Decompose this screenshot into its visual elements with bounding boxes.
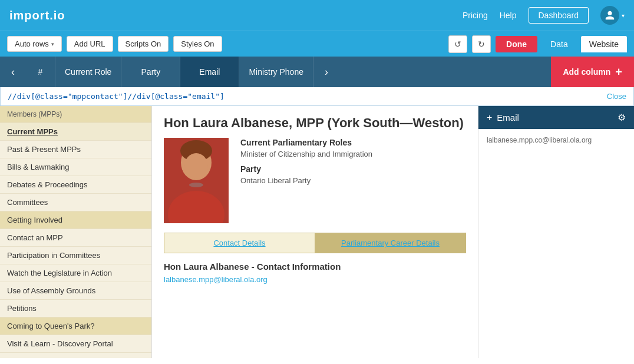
party-heading: Party — [240, 164, 466, 174]
detail-tabs: Contact Details Parliamentary Career Det… — [164, 233, 466, 253]
xpath-input[interactable] — [8, 92, 607, 101]
column-hash[interactable]: # — [26, 57, 55, 87]
sidebar-item-use-grounds[interactable]: Use of Assembly Grounds — [0, 282, 151, 300]
sidebar-item-coming-queens-park[interactable]: Coming to Queen's Park? — [0, 317, 151, 335]
person-photo — [164, 138, 229, 223]
add-url-button[interactable]: Add URL — [67, 36, 113, 52]
sidebar-item-past-present[interactable]: Past & Present MPPs — [0, 141, 151, 158]
sidebar-item-committees[interactable]: Committees — [0, 194, 151, 211]
user-menu[interactable]: ▾ — [600, 6, 625, 25]
sidebar-item-current-mpps[interactable]: Current MPPs — [0, 123, 151, 141]
column-email[interactable]: Email — [180, 57, 239, 87]
pricing-link[interactable]: Pricing — [463, 11, 488, 20]
svg-point-4 — [184, 153, 208, 179]
content-panel: Hon Laura Albanese, MPP (York South—West… — [152, 106, 478, 358]
top-navbar: import.io Pricing Help Dashboard ▾ — [0, 0, 634, 31]
svg-point-5 — [189, 183, 203, 187]
sidebar-item-petitions[interactable]: Petitions — [0, 300, 151, 317]
role-detail: Minister of Citizenship and Immigration — [240, 150, 466, 158]
email-panel-header: + Email ⚙ — [478, 106, 634, 129]
sidebar-item-watch[interactable]: Watch the Legislature in Action — [0, 264, 151, 282]
contact-email-link[interactable]: lalbanese.mpp@liberal.ola.org — [164, 275, 268, 284]
scripts-on-button[interactable]: Scripts On — [118, 36, 169, 52]
sidebar-item-getting-involved[interactable]: Getting Involved — [0, 211, 151, 229]
contact-section-title: Hon Laura Albanese - Contact Information — [164, 262, 466, 272]
caret-icon: ▾ — [51, 41, 54, 47]
prev-column-button[interactable]: ‹ — [0, 57, 26, 87]
toolbar: Auto rows ▾ Add URL Scripts On Styles On… — [0, 31, 634, 57]
sidebar-item-debates[interactable]: Debates & Proceedings — [0, 176, 151, 194]
party-value: Ontario Liberal Party — [240, 176, 466, 185]
page-title: Hon Laura Albanese, MPP (York South—West… — [164, 115, 466, 131]
sidebar-item-members-mpps[interactable]: Members (MPPs) — [0, 106, 151, 123]
close-link[interactable]: Close — [607, 92, 626, 101]
sidebar-item-participation[interactable]: Participation in Committees — [0, 247, 151, 264]
column-ministry-phone[interactable]: Ministry Phone — [239, 57, 313, 87]
person-info: Current Parliamentary Roles Minister of … — [240, 138, 466, 223]
done-button[interactable]: Done — [496, 36, 537, 52]
role-heading: Current Parliamentary Roles — [240, 138, 466, 147]
nav-right: Pricing Help Dashboard ▾ — [463, 6, 625, 25]
plus-icon: + — [487, 112, 492, 123]
main-content: Members (MPPs) Current MPPs Past & Prese… — [0, 106, 634, 358]
email-value: lalbanese.mpp.co@liberal.ola.org — [478, 129, 634, 151]
person-section: Current Parliamentary Roles Minister of … — [164, 138, 466, 223]
sidebar-item-contact-mpp[interactable]: Contact an MPP — [0, 229, 151, 247]
styles-on-button[interactable]: Styles On — [173, 36, 222, 52]
contact-details-tab[interactable]: Contact Details — [164, 233, 315, 253]
email-panel-label: Email — [497, 112, 519, 123]
next-column-button[interactable]: › — [313, 57, 339, 87]
sidebar-item-bills[interactable]: Bills & Lawmaking — [0, 158, 151, 176]
app-logo: import.io — [9, 9, 65, 22]
column-current-role[interactable]: Current Role — [55, 57, 121, 87]
email-panel-title: + Email — [487, 112, 519, 123]
auto-rows-button[interactable]: Auto rows ▾ — [7, 36, 62, 52]
parliamentary-details-tab[interactable]: Parliamentary Career Details — [315, 233, 465, 253]
reload-icon[interactable]: ↻ — [472, 35, 491, 53]
sidebar: Members (MPPs) Current MPPs Past & Prese… — [0, 106, 152, 358]
column-party[interactable]: Party — [121, 57, 180, 87]
dashboard-button[interactable]: Dashboard — [529, 7, 589, 24]
add-column-button[interactable]: Add column + — [551, 57, 634, 87]
chevron-down-icon: ▾ — [622, 12, 625, 19]
website-tab-button[interactable]: Website — [581, 36, 627, 52]
plus-icon: + — [615, 65, 622, 79]
column-header-bar: ‹ # Current Role Party Email Ministry Ph… — [0, 57, 634, 87]
refresh-icon[interactable]: ↺ — [448, 35, 467, 53]
avatar — [600, 6, 619, 25]
xpath-bar: Close — [0, 87, 634, 106]
email-panel: + Email ⚙ lalbanese.mpp.co@liberal.ola.o… — [478, 106, 634, 358]
help-link[interactable]: Help — [500, 11, 517, 20]
data-tab-button[interactable]: Data — [542, 36, 576, 52]
gear-icon[interactable]: ⚙ — [618, 112, 626, 123]
sidebar-item-visit-learn[interactable]: Visit & Learn - Discovery Portal — [0, 335, 151, 353]
